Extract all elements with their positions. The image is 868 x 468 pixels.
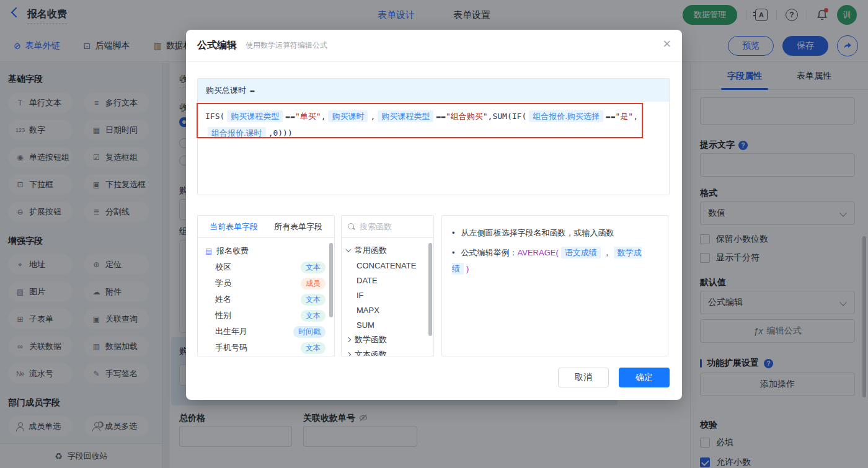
formula-box: 购买总课时 = IFS(购买课程类型=="单买",购买课时,购买课程类型=="组… bbox=[197, 78, 670, 195]
tip-line-2: •公式编辑举例：AVERAGE(语文成绩，数学成绩) bbox=[452, 245, 658, 277]
function-item[interactable]: MAPX bbox=[342, 302, 433, 317]
formula-token: , bbox=[370, 112, 375, 121]
formula-token: == bbox=[436, 112, 446, 121]
field-chip[interactable]: 购买课程类型 bbox=[227, 110, 283, 122]
type-badge: 文本 bbox=[301, 342, 326, 354]
function-search bbox=[342, 216, 433, 238]
formula-token: IFS( bbox=[205, 112, 224, 121]
formula-token: , bbox=[321, 112, 326, 121]
functions-scrollbar[interactable] bbox=[428, 243, 432, 336]
app-window: 报名收费 表单设计 表单设置 数据管理 A ? 训 ⊘ 表单外链 bbox=[0, 0, 868, 468]
tips-panel: •从左侧面板选择字段名和函数，或输入函数 •公式编辑举例：AVERAGE(语文成… bbox=[441, 215, 668, 356]
formula-token: , bbox=[633, 112, 638, 121]
variable-row[interactable]: 出生年月时间戳 bbox=[198, 324, 334, 340]
function-item[interactable]: CONCATENATE bbox=[342, 258, 433, 273]
variable-row[interactable]: 性别文本 bbox=[198, 307, 334, 324]
search-icon bbox=[348, 223, 355, 231]
example-chip: 语文成绩 bbox=[561, 247, 601, 258]
form-doc-icon: ▤ bbox=[205, 247, 212, 255]
type-badge: 成员 bbox=[301, 278, 326, 289]
example-function-close: ) bbox=[466, 264, 469, 273]
type-badge: 文本 bbox=[301, 262, 326, 273]
formula-token: ,SUM(IF( bbox=[488, 112, 527, 121]
formula-string: "单买" bbox=[295, 112, 321, 121]
variable-row[interactable]: 校区文本 bbox=[198, 259, 334, 275]
variable-row[interactable]: 学员成员 bbox=[198, 275, 334, 291]
cancel-button[interactable]: 取消 bbox=[558, 368, 609, 387]
tab-all-form-fields[interactable]: 所有表单字段 bbox=[274, 221, 322, 232]
function-search-input[interactable] bbox=[360, 222, 422, 231]
result-field-name: 购买总课时 bbox=[206, 85, 246, 96]
equals-sign: = bbox=[250, 86, 255, 95]
variables-panel: 当前表单字段 所有表单字段 ▤报名收费 校区文本 学员成员 姓名文本 性别文本 … bbox=[197, 215, 335, 356]
formula-token: == bbox=[285, 112, 295, 121]
type-badge: 文本 bbox=[301, 310, 326, 322]
variable-form-root[interactable]: ▤报名收费 bbox=[198, 243, 334, 259]
functions-panel: 常用函数 CONCATENATE DATE IF MAPX SUM 数学函数 文… bbox=[341, 215, 434, 356]
type-badge: 文本 bbox=[301, 294, 326, 306]
variables-tabs: 当前表单字段 所有表单字段 bbox=[198, 216, 334, 238]
function-group-text[interactable]: 文本函数 bbox=[342, 347, 433, 356]
field-chip[interactable]: 购买课程类型 bbox=[378, 110, 433, 122]
modal-header: 公式编辑 使用数学运算符编辑公式 × bbox=[186, 30, 682, 62]
function-group-math[interactable]: 数学函数 bbox=[342, 332, 433, 347]
chevron-right-icon bbox=[346, 337, 351, 342]
modal-subtitle: 使用数学运算符编辑公式 bbox=[246, 40, 327, 51]
function-group-common[interactable]: 常用函数 bbox=[342, 243, 433, 258]
variables-scrollbar[interactable] bbox=[329, 243, 333, 317]
formula-token: == bbox=[606, 112, 616, 121]
functions-tree: 常用函数 CONCATENATE DATE IF MAPX SUM 数学函数 文… bbox=[342, 238, 433, 356]
close-icon[interactable]: × bbox=[663, 37, 671, 51]
chevron-down-icon bbox=[346, 247, 351, 252]
variables-list: ▤报名收费 校区文本 学员成员 姓名文本 性别文本 出生年月时间戳 手机号码文本 bbox=[198, 238, 334, 356]
field-chip[interactable]: 购买课时 bbox=[328, 110, 368, 122]
confirm-button[interactable]: 确定 bbox=[619, 368, 670, 387]
formula-string: "组合购买" bbox=[446, 112, 488, 121]
field-chip[interactable]: 组合报价.课时 bbox=[208, 127, 266, 139]
type-badge: 时间戳 bbox=[293, 326, 326, 338]
formula-edit-modal: 公式编辑 使用数学运算符编辑公式 × 购买总课时 = IFS(购买课程类型=="… bbox=[186, 30, 682, 400]
formula-result-bar: 购买总课时 = bbox=[198, 79, 669, 102]
chevron-right-icon bbox=[346, 352, 351, 356]
formula-editor[interactable]: IFS(购买课程类型=="单买",购买课时,购买课程类型=="组合购买",SUM… bbox=[198, 102, 669, 148]
formula-token: ,0))) bbox=[268, 128, 293, 138]
example-function-open: AVERAGE( bbox=[518, 248, 559, 257]
modal-footer: 取消 确定 bbox=[558, 368, 670, 387]
function-item[interactable]: DATE bbox=[342, 273, 433, 288]
function-item[interactable]: IF bbox=[342, 288, 433, 302]
tab-current-form-fields[interactable]: 当前表单字段 bbox=[210, 221, 258, 232]
variable-row[interactable]: 姓名文本 bbox=[198, 291, 334, 307]
tip-line-1: •从左侧面板选择字段名和函数，或输入函数 bbox=[452, 225, 658, 241]
formula-string: "是" bbox=[616, 112, 634, 121]
function-item[interactable]: SUM bbox=[342, 317, 433, 332]
variable-row[interactable]: 手机号码文本 bbox=[198, 340, 334, 356]
field-chip[interactable]: 组合报价.购买选择 bbox=[529, 110, 603, 122]
modal-title: 公式编辑 bbox=[197, 39, 237, 52]
